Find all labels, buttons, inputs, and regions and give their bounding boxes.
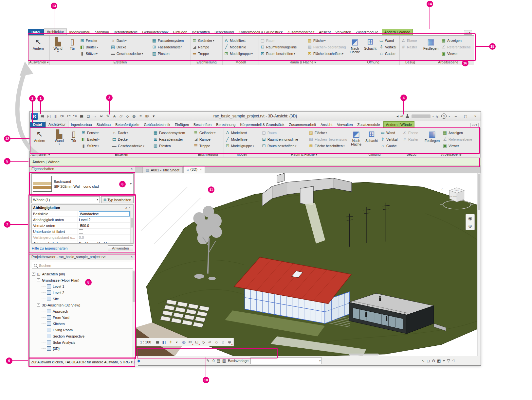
show-crop-icon[interactable]: ⊡× <box>194 339 200 345</box>
viewcube-home-icon[interactable]: ⌂ <box>441 187 443 191</box>
tree-item-kitchen[interactable]: Kitchen <box>30 321 135 327</box>
zr-tab-einfügen[interactable]: Einfügen <box>171 29 190 35</box>
zr-btn-ändern[interactable]: ↖Ändern <box>29 36 48 60</box>
select-links-icon[interactable]: ↖ <box>421 358 425 363</box>
zr-tab-verwalten[interactable]: Verwalten <box>333 29 353 35</box>
tree-item-level-2[interactable]: Level 2 <box>30 289 135 296</box>
render-dialog-icon[interactable]: ◍ <box>181 339 187 345</box>
mr-btn-viewer[interactable]: ▣Viewer <box>442 143 476 149</box>
mr-btn-stütze[interactable]: ▮Stütze▾ <box>80 143 111 149</box>
zr-panel-label-erstellen[interactable]: Erstellen <box>50 60 191 65</box>
mr-btn-gaube[interactable]: ⌂Gaube <box>379 143 400 149</box>
zr-btn-modellgruppe[interactable]: ⊡Modellgruppe▾ <box>223 50 258 57</box>
mr-btn-bauteil[interactable]: ◧Bauteil▾ <box>80 136 111 143</box>
detail-level-icon[interactable]: ▦ <box>155 339 161 345</box>
browser-scrollbar[interactable] <box>132 270 135 358</box>
mr-btn-fassadensystem[interactable]: ▦Fassadensystem <box>152 130 191 136</box>
element-filter-dropdown[interactable]: Wände (1)▾ <box>31 196 100 203</box>
drag-on-selection-icon[interactable]: + <box>443 358 445 363</box>
scale-button[interactable]: 1 : 100 <box>138 338 154 346</box>
mr-tab-stahlbau[interactable]: Stahlbau <box>94 122 113 128</box>
print-preview-icon[interactable]: ◻ <box>85 113 91 119</box>
zr-btn-dach[interactable]: ⌂Dach▾ <box>110 37 151 44</box>
zr-btn-anzeigen[interactable]: ▦Anzeigen <box>440 37 474 44</box>
prop-value-abhängigkeit-unten[interactable]: Level 2 <box>78 217 131 222</box>
mr-btn-wand[interactable]: ▙Wand▾ <box>51 129 67 152</box>
worksharing-icon[interactable]: ◆ <box>137 358 140 363</box>
tree-item-solar-analysis[interactable]: Solar Analysis <box>30 339 135 345</box>
collapse-toggle-icon[interactable]: − <box>37 278 40 282</box>
mr-btn-rampe[interactable]: ◢Rampe <box>193 136 223 143</box>
tree-item-site[interactable]: Site <box>30 296 135 302</box>
mr-panel-label-bezug[interactable]: Bezug <box>401 152 422 157</box>
zr-btn-geschossdecke[interactable]: ▬Geschossdecke▾ <box>110 50 151 57</box>
visual-style-icon[interactable]: ◧ <box>161 339 167 345</box>
mr-tab-zusammenarbeit[interactable]: Zusammenarbeit <box>287 122 319 128</box>
zr-tab-ansicht[interactable]: Ansicht <box>317 29 333 35</box>
print-icon[interactable]: ▦ <box>79 113 85 119</box>
prop-value-verlängerungsabstand-u[interactable]: 0.0 <box>78 235 131 240</box>
tree-item-approach[interactable]: Approach <box>30 308 135 314</box>
zr-btn-nach-fläche[interactable]: ◩Nach Fläche <box>347 36 362 60</box>
mr-btn-festlegen[interactable]: ▦Festlegen <box>423 129 442 152</box>
zr-tab-architektur[interactable]: Architektur <box>44 28 67 35</box>
mr-btn-raum-beschriften[interactable]: ⊡Raum beschriften▾ <box>261 143 308 149</box>
tree-item-ansichten-all[interactable]: −◫Ansichten (all) <box>30 271 135 277</box>
tree-item-level-1[interactable]: Level 1 <box>30 283 135 289</box>
zr-panel-label-modell[interactable]: Modell <box>223 60 259 65</box>
mr-tab-körpermodell-grundstück[interactable]: Körpermodell & Grundstück <box>238 122 286 128</box>
zr-btn-schacht[interactable]: ⊞Schacht <box>362 36 378 60</box>
zr-btn-modelltext[interactable]: AModelltext <box>223 37 258 44</box>
hide-isolate-icon[interactable]: ∞ <box>207 339 213 345</box>
zr-panel-label-erschließung[interactable]: Erschließung <box>191 60 222 65</box>
selection-filter-icon[interactable]: ▽ <box>447 358 450 363</box>
value-input[interactable]: Wandachse <box>79 211 130 217</box>
zr-btn-fläche-beschriften[interactable]: ⊠Fläche beschriften▾ <box>306 50 346 57</box>
aligned-dimension-icon[interactable]: ≍ <box>98 113 104 119</box>
mr-panel-label-erschließung[interactable]: Erschließung <box>192 152 224 157</box>
zr-tab-zusammenarbeit[interactable]: Zusammenarbeit <box>285 29 317 35</box>
mr-panel-label-modell[interactable]: Modell <box>224 152 260 157</box>
mr-tab-ingenieurbau[interactable]: Ingenieurbau <box>68 122 94 128</box>
mr-tab-betonfertigteile[interactable]: Betonfertigteile <box>113 122 141 128</box>
mr-tab-beschriften[interactable]: Beschriften <box>191 122 214 128</box>
view-tab-a001-title-sheet[interactable]: ▤A001 - Title Sheet <box>142 166 183 173</box>
mr-tab-zusatzmodule[interactable]: Zusatzmodule <box>355 122 382 128</box>
zr-tab-datei[interactable]: Datei <box>28 29 44 35</box>
temp-view-properties-icon[interactable]: ⌂ <box>220 339 226 345</box>
zr-panel-label-öffnung[interactable]: Öffnung <box>347 60 399 65</box>
thin-lines-icon[interactable]: ≡ <box>138 113 144 119</box>
mr-btn-modelllinie[interactable]: ╱Modelllinie <box>224 136 259 143</box>
properties-help-link[interactable]: Hilfe zu Eigenschaften <box>32 246 67 250</box>
zr-btn-fläche[interactable]: ▨Fläche▾ <box>306 37 346 44</box>
mr-tab-ansicht[interactable]: Ansicht <box>318 122 335 128</box>
mr-btn-nach-fläche[interactable]: ◩Nach Fläche <box>349 129 364 152</box>
qat-customize-icon[interactable]: ▾ <box>151 113 157 119</box>
zr-btn-vertikal[interactable]: ⇕Vertikal <box>378 44 399 50</box>
close-browser-icon[interactable]: × <box>130 255 134 259</box>
mr-panel-label-raum-fläche[interactable]: Raum & Fläche ▾ <box>260 152 348 157</box>
view-tab-3d[interactable]: ⌂{3D}× <box>183 165 205 173</box>
mr-tab-aendern-waende[interactable]: Ändern | Wände <box>383 121 414 128</box>
minimize-button[interactable]: – <box>452 113 460 119</box>
zr-btn-wand[interactable]: ▭Wand <box>378 37 399 44</box>
mr-btn-fläche-beschriften[interactable]: ⊠Fläche beschriften▾ <box>308 143 347 149</box>
mr-btn-fenster[interactable]: ⊞Fenster <box>80 130 111 136</box>
undo-icon[interactable]: ↶▾ <box>65 113 72 119</box>
vertical-scrollbar[interactable] <box>477 173 481 356</box>
tree-item-living-room[interactable]: Living Room <box>30 327 135 333</box>
help-menu-icon[interactable]: ▾ <box>449 115 450 118</box>
mr-btn-dach[interactable]: ⌂Dach▾ <box>111 130 152 136</box>
mr-tab-architektur[interactable]: Architektur <box>46 121 69 128</box>
prop-value-abhängigkeit-oben[interactable]: Bis Ebene: Roof Line <box>78 240 131 244</box>
collapse-group-icon[interactable]: ∧ <box>125 206 127 209</box>
zr-tab-stahlbau[interactable]: Stahlbau <box>93 29 111 35</box>
zr-btn-fassadenraster[interactable]: ⊞Fassadenraster <box>151 44 190 50</box>
checkbox-unterkante[interactable] <box>79 229 83 234</box>
zr-btn-modelllinie[interactable]: ╱Modelllinie <box>223 44 258 50</box>
shadows-icon[interactable]: ◐ <box>174 339 180 345</box>
mr-btn-anzeigen[interactable]: ▦Anzeigen <box>442 130 476 136</box>
zr-tab-beschriften[interactable]: Beschriften <box>190 29 212 35</box>
horizontal-scrollbar[interactable] <box>349 354 379 356</box>
zr-btn-raumtrennungslinie[interactable]: ⊟Raumtrennungslinie <box>259 44 306 50</box>
